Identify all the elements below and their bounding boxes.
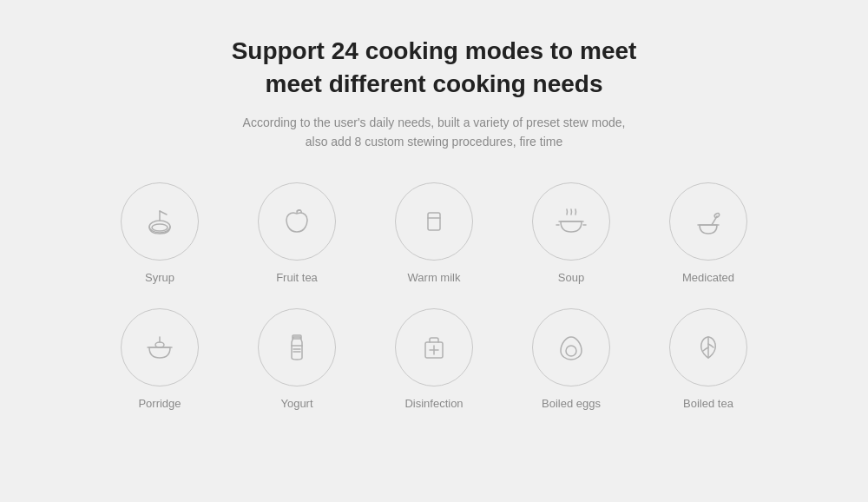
fruit-tea-icon [278, 202, 316, 241]
icon-circle-syrup [121, 182, 199, 261]
icon-circle-warm-milk [395, 182, 473, 261]
icon-circle-soup [532, 182, 610, 261]
syrup-icon [141, 202, 179, 241]
icon-circle-porridge [121, 308, 199, 386]
svg-line-2 [160, 211, 167, 215]
icon-item-boiled-tea: Boiled tea [661, 308, 756, 410]
soup-label: Soup [558, 271, 584, 284]
icon-circle-fruit-tea [258, 182, 336, 261]
icon-circle-yogurt [258, 308, 336, 386]
porridge-icon [141, 328, 179, 367]
page-subtitle: According to the user's daily needs, bui… [243, 113, 626, 152]
svg-point-11 [713, 213, 720, 218]
medicated-icon [689, 202, 727, 241]
porridge-label: Porridge [138, 397, 181, 410]
boiled-tea-label: Boiled tea [683, 397, 733, 410]
warm-milk-label: Warm milk [408, 271, 461, 284]
icons-grid: Syrup Fruit tea [52, 182, 816, 410]
fruit-tea-label: Fruit tea [276, 271, 318, 284]
icon-item-fruit-tea: Fruit tea [249, 182, 345, 284]
icon-item-soup: Soup [523, 182, 619, 284]
icon-circle-medicated [669, 182, 747, 261]
svg-point-22 [566, 346, 576, 356]
disinfection-label: Disinfection [404, 397, 463, 410]
icon-item-yogurt: Yogurt [249, 308, 345, 410]
boiled-eggs-label: Boiled eggs [542, 397, 601, 410]
medicated-label: Medicated [682, 271, 734, 284]
svg-point-3 [152, 224, 168, 231]
icon-circle-boiled-tea [669, 308, 747, 386]
icon-item-boiled-eggs: Boiled eggs [523, 308, 619, 410]
icon-item-porridge: Porridge [112, 308, 207, 410]
icon-item-syrup: Syrup [112, 182, 207, 284]
soup-icon [552, 202, 590, 241]
svg-rect-4 [428, 213, 440, 230]
page-title: Support 24 cooking modes to meet meet di… [232, 35, 637, 101]
icon-item-disinfection: Disinfection [386, 308, 482, 410]
svg-point-13 [155, 342, 164, 347]
icon-circle-boiled-eggs [532, 308, 610, 386]
yogurt-label: Yogurt [280, 397, 312, 410]
main-container: Support 24 cooking modes to meet meet di… [0, 0, 868, 502]
boiled-eggs-icon [552, 328, 590, 367]
syrup-label: Syrup [145, 271, 174, 284]
icons-row-2: Porridge Yogurt [52, 308, 816, 410]
icon-item-warm-milk: Warm milk [386, 182, 482, 284]
icon-circle-disinfection [395, 308, 473, 386]
boiled-tea-icon [689, 328, 727, 367]
icon-item-medicated: Medicated [661, 182, 756, 284]
yogurt-icon [278, 328, 316, 367]
disinfection-icon [415, 328, 453, 367]
icons-row-1: Syrup Fruit tea [52, 182, 816, 284]
warm-milk-icon [415, 202, 453, 241]
